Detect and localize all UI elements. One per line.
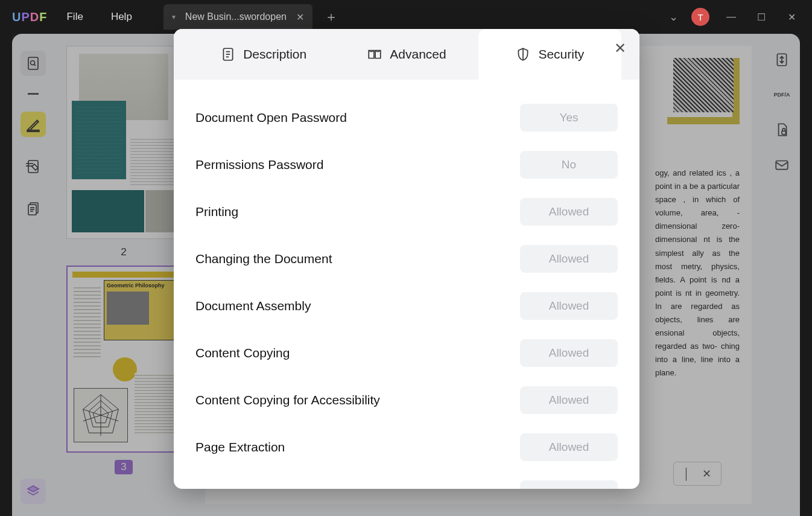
tab-advanced-label: Advanced (390, 47, 446, 62)
security-row: Document Open PasswordYes (195, 94, 618, 141)
security-row: PrintingAllowed (195, 188, 618, 235)
security-value: Allowed (520, 198, 618, 226)
tab-advanced[interactable]: Advanced (335, 29, 478, 80)
tab-security-label: Security (538, 47, 584, 62)
tab-title: New Busin...swordopen (185, 11, 287, 22)
security-row: Content CopyingAllowed (195, 330, 618, 377)
collapse-caret-icon[interactable]: ⌄ (669, 10, 678, 24)
security-value: Allowed (520, 386, 618, 414)
tab-security[interactable]: Security (478, 29, 621, 80)
window-close-icon[interactable]: ✕ (783, 11, 800, 23)
security-row: Permissions PasswordNo (195, 141, 618, 188)
security-label: Commenting (195, 487, 267, 489)
security-value: Allowed (520, 292, 618, 320)
new-tab-button[interactable]: ＋ (325, 8, 338, 26)
security-label: Content Copying (195, 346, 290, 360)
security-label: Changing the Document (195, 252, 332, 266)
modal-body: Document Open PasswordYes Permissions Pa… (174, 80, 639, 489)
advanced-icon (367, 46, 382, 62)
title-right: ⌄ T — ☐ ✕ (669, 8, 800, 26)
tab-description[interactable]: Description (192, 29, 335, 80)
menu-help[interactable]: Help (103, 11, 141, 23)
user-avatar[interactable]: T (691, 8, 709, 26)
tab-area: ▾ New Busin...swordopen ✕ ＋ (163, 4, 658, 30)
window-minimize-icon[interactable]: — (723, 11, 740, 22)
security-value: Allowed (520, 433, 618, 461)
security-row: Content Copying for AccessibilityAllowed (195, 377, 618, 424)
security-label: Document Open Password (195, 110, 347, 125)
security-row: CommentingAllowed (195, 471, 618, 489)
app-logo: UPDF (12, 10, 47, 24)
security-value: Yes (520, 104, 618, 132)
modal-close-button[interactable]: ✕ (614, 40, 626, 57)
description-icon (220, 46, 236, 62)
security-panel: Document Open PasswordYes Permissions Pa… (187, 88, 626, 489)
security-value: Allowed (520, 480, 618, 489)
document-tab[interactable]: ▾ New Busin...swordopen ✕ (163, 4, 312, 30)
tab-close-icon[interactable]: ✕ (296, 11, 304, 23)
window-maximize-icon[interactable]: ☐ (753, 11, 770, 23)
security-label: Content Copying for Accessibility (195, 393, 380, 407)
security-label: Document Assembly (195, 299, 311, 313)
properties-modal: Description Advanced Security ✕ Document… (174, 29, 639, 489)
security-value: No (520, 151, 618, 179)
tab-description-label: Description (243, 47, 306, 62)
menu-file[interactable]: File (58, 11, 91, 23)
modal-tabs: Description Advanced Security ✕ (174, 29, 639, 80)
security-row: Page ExtractionAllowed (195, 424, 618, 471)
security-row: Changing the DocumentAllowed (195, 235, 618, 282)
tab-dropdown-icon[interactable]: ▾ (172, 13, 176, 21)
security-value: Allowed (520, 339, 618, 367)
shield-icon (515, 46, 531, 62)
security-label: Page Extraction (195, 440, 285, 454)
security-label: Permissions Password (195, 158, 323, 172)
security-row: Document AssemblyAllowed (195, 282, 618, 330)
security-label: Printing (195, 205, 238, 219)
security-value: Allowed (520, 245, 618, 273)
